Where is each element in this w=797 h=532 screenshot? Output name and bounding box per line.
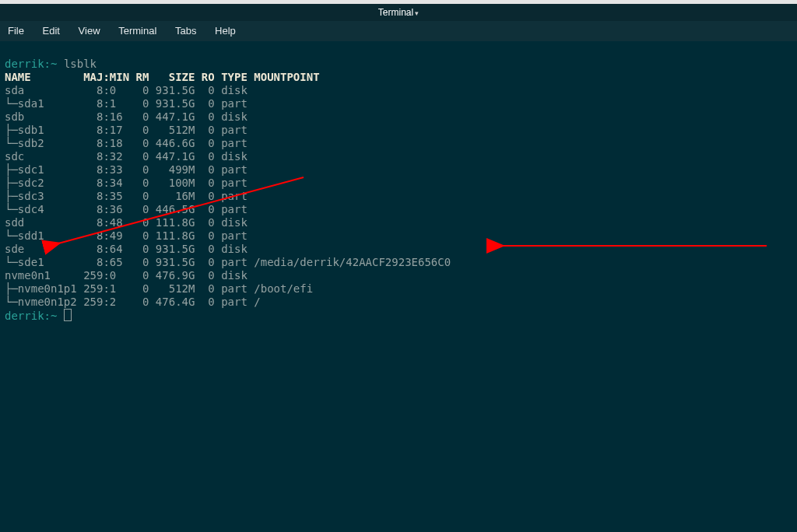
menu-help[interactable]: Help bbox=[207, 21, 244, 41]
menu-file[interactable]: File bbox=[0, 21, 32, 41]
command-text: lsblk bbox=[64, 58, 97, 70]
lsblk-output: sda 8:0 0 931.5G 0 disk └─sda1 8:1 0 931… bbox=[5, 84, 451, 308]
menu-terminal[interactable]: Terminal bbox=[111, 21, 164, 41]
prompt: derrik:~ bbox=[5, 310, 57, 322]
prompt: derrik:~ bbox=[5, 58, 57, 70]
cursor bbox=[64, 309, 72, 321]
title-text: Terminal bbox=[378, 7, 413, 18]
terminal-body[interactable]: derrik:~ lsblk NAME MAJ:MIN RM SIZE RO T… bbox=[0, 41, 797, 532]
lsblk-header: NAME MAJ:MIN RM SIZE RO TYPE MOUNTPOINT bbox=[5, 71, 320, 83]
menu-bar: File Edit View Terminal Tabs Help bbox=[0, 21, 797, 41]
terminal-window: Terminal▾ File Edit View Terminal Tabs H… bbox=[0, 4, 797, 532]
title-bar[interactable]: Terminal▾ bbox=[0, 4, 797, 21]
menu-tabs[interactable]: Tabs bbox=[167, 21, 204, 41]
dropdown-icon: ▾ bbox=[415, 9, 419, 17]
menu-view[interactable]: View bbox=[71, 21, 108, 41]
menu-edit[interactable]: Edit bbox=[35, 21, 68, 41]
